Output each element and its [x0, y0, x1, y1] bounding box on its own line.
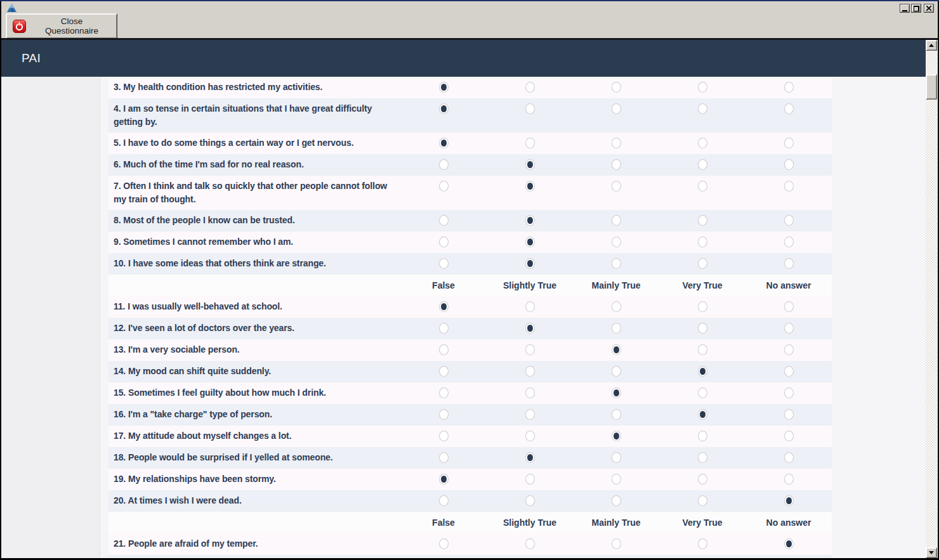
radio-option[interactable] — [439, 474, 449, 485]
radio-option[interactable] — [525, 82, 535, 93]
radio-option[interactable] — [698, 323, 707, 334]
radio-option[interactable] — [698, 159, 707, 170]
radio-option[interactable] — [525, 103, 535, 114]
radio-option[interactable] — [698, 301, 707, 312]
radio-option[interactable] — [784, 138, 794, 148]
radio-option[interactable] — [525, 538, 535, 549]
radio-option[interactable] — [525, 344, 535, 355]
restore-button[interactable] — [911, 4, 921, 13]
scrollbar-thumb[interactable] — [926, 74, 937, 100]
radio-option[interactable] — [784, 366, 794, 377]
radio-option[interactable] — [784, 181, 794, 192]
radio-option[interactable] — [439, 431, 449, 441]
radio-option[interactable] — [612, 82, 621, 93]
radio-option[interactable] — [612, 452, 621, 463]
radio-option[interactable] — [439, 103, 449, 114]
radio-option[interactable] — [525, 431, 535, 441]
radio-option[interactable] — [525, 409, 535, 420]
radio-option[interactable] — [698, 181, 707, 192]
radio-option[interactable] — [698, 431, 707, 441]
radio-option[interactable] — [698, 138, 707, 148]
radio-option[interactable] — [612, 409, 621, 420]
radio-option[interactable] — [698, 409, 707, 420]
radio-option[interactable] — [439, 452, 449, 463]
radio-option[interactable] — [439, 366, 449, 377]
radio-option[interactable] — [525, 138, 535, 148]
radio-option[interactable] — [525, 474, 535, 485]
radio-option[interactable] — [698, 344, 707, 355]
radio-option[interactable] — [525, 452, 535, 463]
radio-option[interactable] — [525, 215, 535, 226]
radio-option[interactable] — [612, 103, 621, 114]
radio-option[interactable] — [612, 538, 621, 549]
radio-option[interactable] — [525, 258, 535, 269]
radio-option[interactable] — [439, 159, 449, 170]
radio-option[interactable] — [698, 82, 707, 93]
close-questionnaire-button[interactable]: Close Questionnaire — [6, 13, 117, 39]
radio-option[interactable] — [784, 409, 794, 420]
radio-option[interactable] — [525, 387, 535, 398]
radio-option[interactable] — [439, 301, 449, 312]
radio-option[interactable] — [784, 538, 794, 549]
minimize-button[interactable] — [900, 4, 910, 13]
radio-option[interactable] — [439, 538, 449, 549]
radio-option[interactable] — [439, 237, 449, 247]
radio-option[interactable] — [439, 495, 449, 506]
radio-option[interactable] — [612, 323, 621, 334]
radio-option[interactable] — [698, 452, 707, 463]
radio-option[interactable] — [612, 215, 621, 226]
radio-option[interactable] — [525, 366, 535, 377]
radio-option[interactable] — [439, 323, 449, 334]
radio-option[interactable] — [525, 159, 535, 170]
radio-option[interactable] — [612, 301, 621, 312]
radio-option[interactable] — [439, 82, 449, 93]
radio-option[interactable] — [698, 258, 707, 269]
radio-option[interactable] — [439, 215, 449, 226]
radio-option[interactable] — [612, 138, 621, 148]
radio-option[interactable] — [784, 387, 794, 398]
radio-option[interactable] — [439, 344, 449, 355]
radio-option[interactable] — [784, 323, 794, 334]
radio-option[interactable] — [784, 344, 794, 355]
radio-option[interactable] — [612, 366, 621, 377]
radio-option[interactable] — [525, 495, 535, 506]
radio-option[interactable] — [612, 258, 621, 269]
radio-option[interactable] — [612, 431, 621, 441]
close-button[interactable] — [924, 4, 934, 13]
radio-option[interactable] — [612, 237, 621, 247]
radio-option[interactable] — [784, 215, 794, 226]
radio-option[interactable] — [784, 495, 794, 506]
radio-option[interactable] — [439, 409, 449, 420]
radio-option[interactable] — [525, 301, 535, 312]
radio-option[interactable] — [784, 159, 794, 170]
radio-option[interactable] — [784, 103, 794, 114]
radio-option[interactable] — [698, 237, 707, 247]
vertical-scrollbar[interactable] — [926, 40, 937, 558]
radio-option[interactable] — [784, 431, 794, 441]
radio-option[interactable] — [784, 452, 794, 463]
radio-option[interactable] — [784, 82, 794, 93]
radio-option[interactable] — [698, 474, 707, 485]
radio-option[interactable] — [698, 215, 707, 226]
radio-option[interactable] — [612, 159, 621, 170]
radio-option[interactable] — [525, 181, 535, 192]
radio-option[interactable] — [612, 387, 621, 398]
radio-option[interactable] — [439, 387, 449, 398]
radio-option[interactable] — [698, 387, 707, 398]
radio-option[interactable] — [698, 538, 707, 549]
radio-option[interactable] — [784, 301, 794, 312]
scroll-down-button[interactable] — [926, 547, 937, 558]
radio-option[interactable] — [698, 366, 707, 377]
radio-option[interactable] — [612, 344, 621, 355]
radio-option[interactable] — [525, 237, 535, 247]
radio-option[interactable] — [698, 103, 707, 114]
radio-option[interactable] — [784, 474, 794, 485]
radio-option[interactable] — [698, 495, 707, 506]
radio-option[interactable] — [784, 258, 794, 269]
radio-option[interactable] — [612, 181, 621, 192]
scroll-up-button[interactable] — [926, 40, 937, 51]
radio-option[interactable] — [439, 138, 449, 148]
radio-option[interactable] — [784, 237, 794, 247]
radio-option[interactable] — [525, 323, 535, 334]
radio-option[interactable] — [439, 258, 449, 269]
